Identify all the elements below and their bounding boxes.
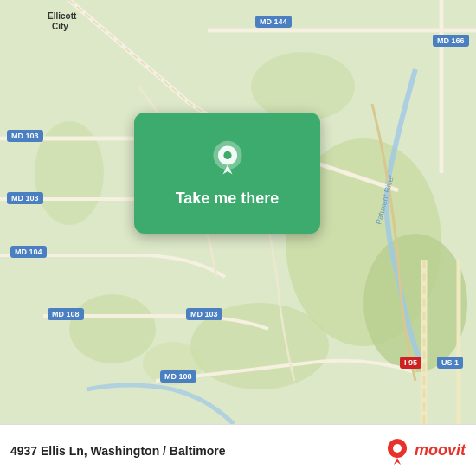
road-badge-md108b: MD 108	[160, 370, 196, 383]
svg-point-6	[251, 52, 355, 121]
moovit-brand-text: moovit	[415, 441, 466, 460]
road-badge-md166: MD 166	[433, 35, 469, 47]
svg-point-15	[393, 444, 402, 453]
svg-point-13	[223, 151, 231, 158]
map-container: Patuxent River Ellicott City MD 144 MD 1…	[0, 0, 476, 424]
road-badge-md103c: MD 103	[186, 308, 222, 320]
road-badge-md104: MD 104	[10, 246, 47, 258]
moovit-brand-icon	[383, 437, 411, 465]
road-badge-md108a: MD 108	[48, 308, 84, 320]
cta-button-label: Take me there	[176, 190, 280, 208]
svg-text:City: City	[52, 22, 68, 31]
road-badge-md103a: MD 103	[7, 130, 43, 142]
road-badge-md144: MD 144	[255, 16, 292, 28]
road-badge-i95: I 95	[400, 357, 421, 369]
bottom-bar: 4937 Ellis Ln, Washington / Baltimore mo…	[0, 424, 476, 476]
location-pin-icon	[207, 139, 248, 181]
moovit-logo[interactable]: moovit	[383, 437, 466, 465]
address-section: 4937 Ellis Ln, Washington / Baltimore	[10, 444, 225, 458]
cta-card[interactable]: Take me there	[134, 113, 320, 234]
road-badge-us1: US 1	[437, 357, 463, 369]
road-badge-md103b: MD 103	[7, 192, 43, 204]
svg-point-4	[69, 294, 156, 363]
svg-text:Ellicott: Ellicott	[48, 11, 77, 21]
address-text: 4937 Ellis Ln, Washington / Baltimore	[10, 444, 225, 458]
